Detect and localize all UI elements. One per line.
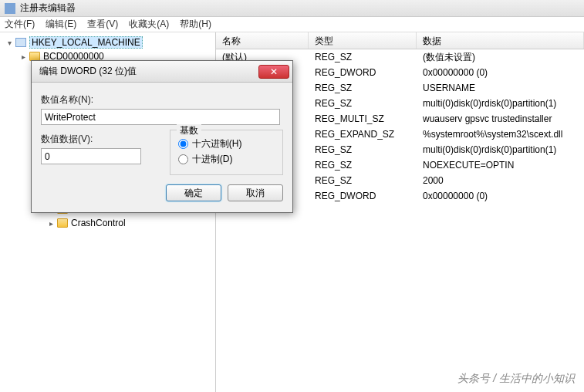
col-data[interactable]: 数据: [417, 32, 584, 49]
computer-icon: [15, 38, 26, 47]
collapse-icon[interactable]: ▾: [5, 38, 14, 47]
cell-data: multi(0)disk(0)rdisk(0)partition(1): [417, 143, 584, 157]
cell-data: 0x00000000 (0): [417, 66, 584, 79]
tree-root[interactable]: HKEY_LOCAL_MACHINE: [29, 36, 143, 49]
cell-type: REG_SZ: [309, 50, 417, 64]
cell-data: USERNAME: [417, 81, 584, 95]
cell-data: wuauserv gpsvc trustedinstaller: [417, 112, 584, 126]
cell-type: REG_SZ: [309, 81, 417, 95]
cell-type: REG_MULTI_SZ: [309, 112, 417, 126]
window-title-bar: 注册表编辑器: [0, 0, 584, 17]
app-icon: [5, 3, 15, 14]
value-name-input: [41, 109, 280, 125]
cell-data: 2000: [417, 174, 584, 188]
expand-icon[interactable]: ▸: [46, 218, 56, 228]
cell-type: REG_DWORD: [309, 189, 417, 203]
edit-dword-dialog: 编辑 DWORD (32 位)值 ✕ 数值名称(N): 数值数据(V): 基数 …: [31, 60, 293, 213]
value-name-label: 数值名称(N):: [41, 93, 283, 106]
cell-data: 0x00000000 (0): [417, 189, 584, 203]
radio-hex[interactable]: 十六进制(H): [178, 137, 275, 150]
cell-type: REG_SZ: [309, 158, 417, 172]
cell-type: REG_SZ: [309, 143, 417, 157]
menu-edit[interactable]: 编辑(E): [46, 18, 76, 31]
cell-data: (数值未设置): [417, 49, 584, 66]
menu-bar: 文件(F) 编辑(E) 查看(V) 收藏夹(A) 帮助(H): [0, 17, 584, 32]
cell-data: NOEXECUTE=OPTIN: [417, 158, 584, 172]
radio-dec[interactable]: 十进制(D): [178, 153, 275, 166]
tree-label: CrashControl: [71, 218, 126, 228]
expand-icon[interactable]: ▸: [19, 52, 28, 61]
menu-view[interactable]: 查看(V): [87, 18, 118, 31]
col-type[interactable]: 类型: [309, 32, 417, 49]
cell-data: multi(0)disk(0)rdisk(0)partition(1): [417, 96, 584, 110]
ok-button[interactable]: 确定: [166, 184, 221, 201]
menu-file[interactable]: 文件(F): [5, 18, 35, 31]
watermark: 头条号 / 生活中的小知识: [457, 372, 575, 386]
cell-data: %systemroot%\system32\scext.dll: [417, 127, 584, 141]
menu-help[interactable]: 帮助(H): [180, 18, 211, 31]
cancel-button[interactable]: 取消: [228, 184, 283, 201]
dialog-title-bar[interactable]: 编辑 DWORD (32 位)值 ✕: [32, 61, 292, 83]
cell-type: REG_SZ: [309, 174, 417, 188]
col-name[interactable]: 名称: [216, 32, 309, 49]
base-legend: 基数: [177, 124, 201, 137]
base-group: 基数 十六进制(H) 十进制(D): [170, 130, 283, 175]
cell-type: REG_SZ: [309, 96, 417, 110]
cell-type: REG_DWORD: [309, 66, 417, 79]
cell-type: REG_EXPAND_SZ: [309, 127, 417, 141]
close-button[interactable]: ✕: [258, 65, 289, 79]
window-title: 注册表编辑器: [20, 2, 76, 15]
value-data-input[interactable]: [41, 148, 141, 164]
menu-favorites[interactable]: 收藏夹(A): [129, 18, 169, 31]
list-header: 名称 类型 数据: [216, 32, 584, 49]
folder-icon: [57, 218, 68, 228]
value-data-label: 数值数据(V):: [41, 133, 154, 146]
tree-item[interactable]: ▸CrashControl: [0, 216, 215, 230]
dialog-title: 编辑 DWORD (32 位)值: [39, 65, 137, 78]
